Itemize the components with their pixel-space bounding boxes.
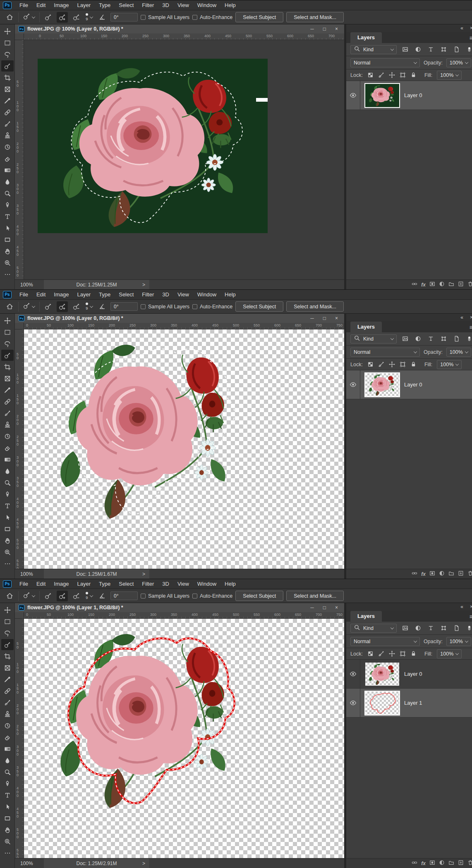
delete-layer-button[interactable] xyxy=(467,570,472,578)
tool-gradient[interactable] xyxy=(1,454,14,465)
filter-adjustment-layers-button[interactable] xyxy=(413,45,422,54)
tool-lasso[interactable] xyxy=(1,627,14,639)
tool-hand[interactable] xyxy=(1,824,14,835)
menu-layer[interactable]: Layer xyxy=(73,579,95,589)
add-to-selection-button[interactable] xyxy=(57,591,68,601)
tool-frame[interactable] xyxy=(1,83,14,95)
layer-visibility-toggle[interactable] xyxy=(346,660,360,688)
filter-kind-dropdown[interactable]: Kind xyxy=(350,624,397,633)
opacity-dropdown[interactable]: 100% xyxy=(446,637,471,646)
add-to-selection-button[interactable] xyxy=(57,301,68,312)
tool-crop[interactable] xyxy=(1,72,14,83)
menu-filter[interactable]: Filter xyxy=(138,290,158,299)
angle-input[interactable]: 0° xyxy=(110,302,138,311)
menu-type[interactable]: Type xyxy=(95,290,115,299)
menu-file[interactable]: File xyxy=(15,290,32,299)
subtract-from-selection-button[interactable] xyxy=(71,12,82,23)
tool-brush[interactable] xyxy=(1,408,14,419)
zoom-level-field[interactable]: 100% xyxy=(15,569,44,579)
new-group-button[interactable] xyxy=(448,570,454,578)
tool-move[interactable] xyxy=(1,315,14,326)
auto-enhance-checkbox[interactable]: Auto-Enhance xyxy=(192,14,232,20)
tool-eyedropper[interactable] xyxy=(1,95,14,106)
menu-edit[interactable]: Edit xyxy=(32,579,50,589)
menu-layer[interactable]: Layer xyxy=(73,290,95,299)
filter-shape-layers-button[interactable] xyxy=(439,45,448,54)
tool-clone-stamp[interactable] xyxy=(1,708,14,720)
tool-rectangle[interactable] xyxy=(1,523,14,534)
lock-artboard-button[interactable] xyxy=(400,72,406,78)
subtract-from-selection-button[interactable] xyxy=(71,591,82,601)
maximize-button[interactable]: □ xyxy=(323,314,326,323)
sample-all-layers-checkbox[interactable]: Sample All Layers xyxy=(141,14,189,20)
tab-layers[interactable]: Layers xyxy=(350,32,382,43)
filter-type-layers-button[interactable] xyxy=(426,334,435,343)
document-title-bar[interactable]: Ps flower.JPG @ 100% (Layer 0, RGB/8#) *… xyxy=(15,24,344,33)
layer-style-button[interactable]: fx xyxy=(421,571,426,577)
menu-select[interactable]: Select xyxy=(115,290,138,299)
tool-zoom[interactable] xyxy=(1,257,14,268)
filter-type-layers-button[interactable] xyxy=(426,45,435,54)
filter-pixel-layers-button[interactable] xyxy=(400,624,410,633)
canvas-area[interactable] xyxy=(24,40,344,279)
canvas-area[interactable] xyxy=(24,329,344,569)
tool-dodge[interactable] xyxy=(1,766,14,777)
fill-dropdown[interactable]: 100% xyxy=(437,360,462,369)
tool-pen[interactable] xyxy=(1,489,14,500)
collapse-panel-button[interactable]: « xyxy=(460,25,463,31)
lock-transparency-button[interactable] xyxy=(367,72,374,78)
tool-eraser[interactable] xyxy=(1,442,14,453)
select-subject-button[interactable]: Select Subject xyxy=(235,591,283,601)
brush-size-picker[interactable]: 9 xyxy=(85,303,93,310)
menu-select[interactable]: Select xyxy=(115,579,138,589)
add-mask-button[interactable] xyxy=(429,860,435,867)
new-selection-button[interactable] xyxy=(43,591,54,601)
tool-blur[interactable] xyxy=(1,465,14,477)
canvas[interactable] xyxy=(38,59,268,233)
home-button[interactable] xyxy=(4,591,15,601)
menu-type[interactable]: Type xyxy=(95,0,115,10)
new-layer-button[interactable] xyxy=(458,570,464,578)
new-adjustment-layer-button[interactable] xyxy=(439,570,445,578)
tool-crop[interactable] xyxy=(1,361,14,372)
tool-path-selection[interactable] xyxy=(1,801,14,812)
lock-all-button[interactable] xyxy=(410,72,417,78)
tool-rectangular-marquee[interactable] xyxy=(1,327,14,338)
document-title-bar[interactable]: Ps flower.JPG @ 100% (Layer 0, RGB/8#) *… xyxy=(15,314,344,323)
new-adjustment-layer-button[interactable] xyxy=(439,281,445,289)
lock-pixels-button[interactable] xyxy=(378,361,384,367)
link-layers-button[interactable] xyxy=(412,860,417,867)
tool-gradient[interactable] xyxy=(1,743,14,754)
minimize-button[interactable]: ─ xyxy=(310,314,314,323)
tool-hand[interactable] xyxy=(1,246,14,257)
home-button[interactable] xyxy=(4,12,15,23)
tool-frame[interactable] xyxy=(1,373,14,384)
lock-position-button[interactable] xyxy=(389,72,395,78)
close-panel-button[interactable]: × xyxy=(470,604,472,610)
tool-history-brush[interactable] xyxy=(1,141,14,153)
fill-dropdown[interactable]: 100% xyxy=(437,71,462,80)
new-layer-button[interactable] xyxy=(458,281,464,289)
layer-style-button[interactable]: fx xyxy=(421,861,426,866)
delete-layer-button[interactable] xyxy=(467,860,472,867)
panel-menu-button[interactable]: ≡ xyxy=(465,613,472,622)
angle-input[interactable]: 0° xyxy=(110,13,138,21)
filter-type-layers-button[interactable] xyxy=(426,624,435,633)
lock-artboard-button[interactable] xyxy=(400,361,406,367)
tool-spot-healing[interactable] xyxy=(1,107,14,118)
minimize-button[interactable]: ─ xyxy=(310,24,314,33)
menu-file[interactable]: File xyxy=(15,579,32,589)
lock-artboard-button[interactable] xyxy=(400,651,406,657)
tool-eraser[interactable] xyxy=(1,732,14,743)
layer-thumbnail[interactable] xyxy=(365,84,399,107)
tool-preset-picker[interactable] xyxy=(22,302,36,311)
select-and-mask-button[interactable]: Select and Mask... xyxy=(286,301,344,312)
auto-enhance-checkbox[interactable]: Auto-Enhance xyxy=(192,304,232,310)
menu-window[interactable]: Window xyxy=(193,579,220,589)
status-options-chevron[interactable]: > xyxy=(142,861,145,866)
tool-brush[interactable] xyxy=(1,697,14,708)
document-title-bar[interactable]: Ps flower.JPG @ 100% (Layer 1, RGB/8#) *… xyxy=(15,603,344,612)
menu-3d[interactable]: 3D xyxy=(158,290,173,299)
tool-spot-healing[interactable] xyxy=(1,396,14,407)
opacity-dropdown[interactable]: 100% xyxy=(446,58,471,67)
